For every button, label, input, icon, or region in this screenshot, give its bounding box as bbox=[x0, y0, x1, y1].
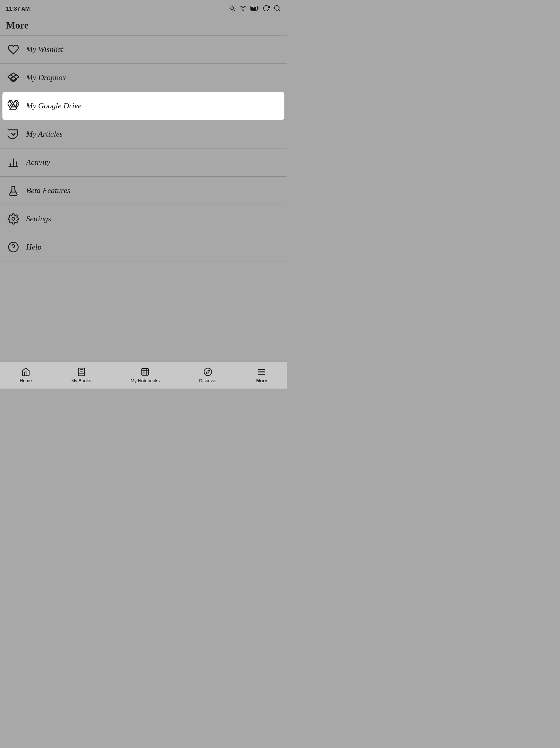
svg-marker-31 bbox=[206, 370, 210, 374]
notebooks-icon bbox=[140, 367, 150, 377]
brightness-icon bbox=[229, 4, 236, 14]
menu-icon bbox=[257, 367, 266, 377]
svg-point-13 bbox=[274, 5, 279, 10]
menu-item-activity[interactable]: Activity bbox=[0, 148, 287, 177]
svg-line-3 bbox=[230, 6, 230, 6]
dropbox-icon bbox=[6, 70, 21, 85]
search-icon[interactable] bbox=[274, 4, 281, 14]
menu-list: My Wishlist My Dropbox bbox=[0, 36, 287, 261]
nav-my-notebooks-label: My Notebooks bbox=[131, 378, 160, 383]
google-drive-icon bbox=[6, 99, 21, 113]
nav-discover-label: Discover bbox=[199, 378, 217, 383]
svg-point-0 bbox=[231, 7, 234, 10]
svg-line-8 bbox=[234, 6, 234, 6]
wishlist-label: My Wishlist bbox=[26, 45, 63, 54]
nav-item-home[interactable]: Home bbox=[15, 365, 37, 385]
help-label: Help bbox=[26, 242, 42, 252]
nav-item-my-notebooks[interactable]: My Notebooks bbox=[126, 365, 164, 385]
svg-rect-25 bbox=[142, 369, 149, 375]
google-drive-label: My Google Drive bbox=[26, 101, 81, 111]
menu-item-google-drive[interactable]: My Google Drive bbox=[2, 92, 284, 120]
nav-my-books-label: My Books bbox=[71, 378, 91, 383]
settings-icon bbox=[6, 212, 21, 226]
battery-icon bbox=[250, 4, 259, 14]
svg-point-21 bbox=[8, 242, 18, 252]
main-content: 11:37 AM bbox=[0, 0, 287, 361]
discover-icon bbox=[203, 367, 213, 377]
svg-line-14 bbox=[279, 10, 280, 11]
nav-item-my-books[interactable]: My Books bbox=[67, 365, 96, 385]
svg-line-7 bbox=[230, 10, 230, 10]
status-bar: 11:37 AM bbox=[0, 0, 287, 17]
heart-icon bbox=[6, 42, 21, 57]
articles-label: My Articles bbox=[26, 130, 63, 139]
menu-item-articles[interactable]: My Articles bbox=[0, 120, 287, 148]
bar-chart-icon bbox=[6, 155, 21, 170]
svg-point-30 bbox=[204, 368, 212, 376]
nav-home-label: Home bbox=[20, 378, 32, 383]
nav-item-discover[interactable]: Discover bbox=[194, 365, 221, 385]
help-icon bbox=[6, 240, 21, 254]
wifi-icon bbox=[239, 4, 247, 14]
svg-point-9 bbox=[243, 10, 243, 11]
menu-item-beta-features[interactable]: Beta Features bbox=[0, 177, 287, 205]
svg-line-4 bbox=[234, 10, 234, 10]
menu-item-settings[interactable]: Settings bbox=[0, 205, 287, 233]
beta-features-label: Beta Features bbox=[26, 186, 70, 195]
menu-item-dropbox[interactable]: My Dropbox bbox=[0, 64, 287, 92]
pocket-icon bbox=[6, 127, 21, 141]
books-icon bbox=[76, 367, 86, 377]
activity-label: Activity bbox=[26, 158, 50, 167]
nav-more-label: More bbox=[256, 378, 267, 383]
page-header: More bbox=[0, 17, 287, 36]
refresh-icon bbox=[262, 4, 270, 14]
menu-item-help[interactable]: Help bbox=[0, 233, 287, 261]
settings-label: Settings bbox=[26, 214, 51, 224]
bottom-nav: Home My Books My Notebooks bbox=[0, 361, 287, 389]
status-icons bbox=[229, 4, 281, 14]
svg-point-20 bbox=[12, 217, 15, 220]
flask-icon bbox=[6, 183, 21, 198]
status-time: 11:37 AM bbox=[6, 6, 30, 12]
home-icon bbox=[21, 367, 31, 377]
nav-item-more[interactable]: More bbox=[251, 365, 272, 385]
dropbox-label: My Dropbox bbox=[26, 73, 66, 82]
page-title: More bbox=[6, 20, 281, 31]
menu-item-wishlist[interactable]: My Wishlist bbox=[0, 36, 287, 64]
